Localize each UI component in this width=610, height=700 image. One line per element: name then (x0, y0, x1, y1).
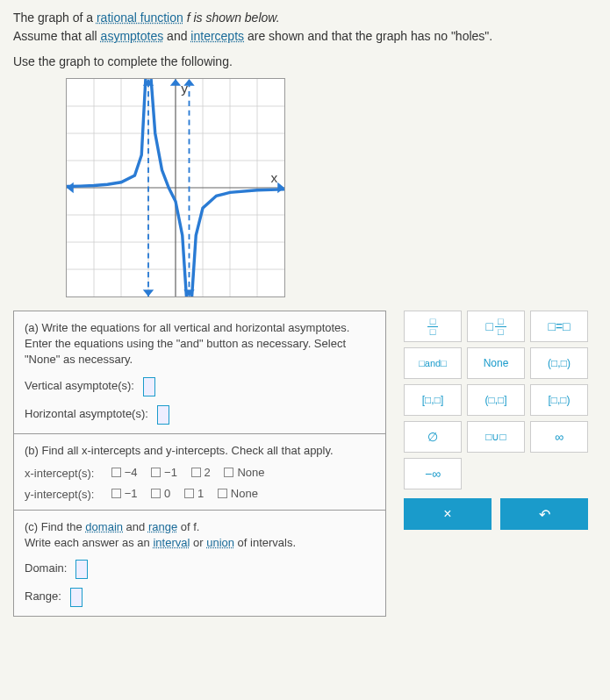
part-b: (b) Find all x-intercepts and y-intercep… (14, 434, 385, 511)
horizontal-asymptote-label: Horizontal asymptote(s): (25, 407, 148, 420)
vertical-asymptote-input[interactable] (143, 377, 155, 396)
palette-none[interactable]: None (467, 347, 525, 379)
svg-marker-22 (170, 79, 181, 86)
checkbox-x-3[interactable]: None (224, 466, 264, 479)
svg-marker-17 (143, 289, 154, 296)
link-rational-function[interactable]: rational function (97, 11, 183, 25)
part-c: (c) Find the domain and range of f. Writ… (14, 511, 385, 616)
checkbox-y-2[interactable]: 1 (184, 487, 204, 500)
svg-text:x: x (271, 170, 278, 185)
horizontal-asymptote-input[interactable] (157, 405, 169, 425)
link-asymptotes[interactable]: asymptotes (101, 29, 164, 43)
palette-neg-infinity[interactable]: −∞ (404, 458, 462, 489)
palette-and[interactable]: □and□ (404, 347, 462, 379)
checkbox-x-1[interactable]: −1 (151, 466, 177, 479)
palette-closed-interval[interactable]: [□,□] (404, 384, 462, 416)
part-a-lead: (a) Write the equations for all vertical… (25, 320, 375, 368)
checkbox-y-0[interactable]: −1 (111, 487, 138, 500)
question-prompt: The graph of a rational function f is sh… (13, 9, 597, 71)
checkbox-x-0[interactable]: −4 (111, 466, 138, 479)
symbol-palette: □□ □□□ □=□ □and□ None (□,□) [□,□] (□,□] … (404, 311, 588, 530)
palette-infinity[interactable]: ∞ (530, 421, 588, 453)
palette-half-open[interactable]: (□,□] (467, 384, 525, 416)
question-box: (a) Write the equations for all vertical… (13, 311, 386, 617)
reset-button[interactable]: ↶ (500, 498, 588, 530)
palette-union[interactable]: □∪□ (467, 421, 525, 453)
checkbox-y-1[interactable]: 0 (151, 487, 170, 500)
link-interval[interactable]: interval (153, 536, 190, 549)
part-a: (a) Write the equations for all vertical… (14, 311, 385, 434)
close-button[interactable]: × (404, 498, 492, 530)
svg-marker-21 (277, 182, 284, 193)
vertical-asymptote-label: Vertical asymptote(s): (25, 379, 134, 392)
part-b-lead: (b) Find all x-intercepts and y-intercep… (25, 443, 375, 459)
palette-mixed-fraction[interactable]: □□□ (467, 311, 525, 342)
graph-plot: y x (66, 78, 285, 297)
checkbox-x-2[interactable]: 2 (191, 466, 211, 479)
y-intercept-label: y-intercept(s): (25, 488, 108, 501)
domain-input[interactable] (75, 560, 88, 579)
range-input[interactable] (70, 588, 83, 607)
domain-label: Domain: (25, 562, 67, 575)
palette-equals[interactable]: □=□ (530, 311, 588, 342)
palette-open-interval[interactable]: (□,□) (530, 347, 588, 379)
x-intercept-label: x-intercept(s): (25, 467, 108, 480)
text: f is shown below. (183, 11, 280, 25)
svg-text:y: y (181, 81, 188, 96)
range-label: Range: (25, 590, 61, 604)
palette-half-closed[interactable]: [□,□) (530, 384, 588, 416)
text: The graph of a (13, 11, 97, 25)
palette-empty-set[interactable]: ∅ (404, 421, 462, 453)
link-range[interactable]: range (148, 520, 177, 533)
link-domain[interactable]: domain (85, 520, 123, 533)
instruction: Use the graph to complete the following. (13, 53, 597, 71)
svg-marker-20 (67, 182, 74, 193)
palette-fraction[interactable]: □□ (404, 311, 462, 342)
checkbox-y-3[interactable]: None (218, 487, 258, 500)
link-union[interactable]: union (206, 536, 234, 549)
link-intercepts[interactable]: intercepts (190, 29, 244, 43)
